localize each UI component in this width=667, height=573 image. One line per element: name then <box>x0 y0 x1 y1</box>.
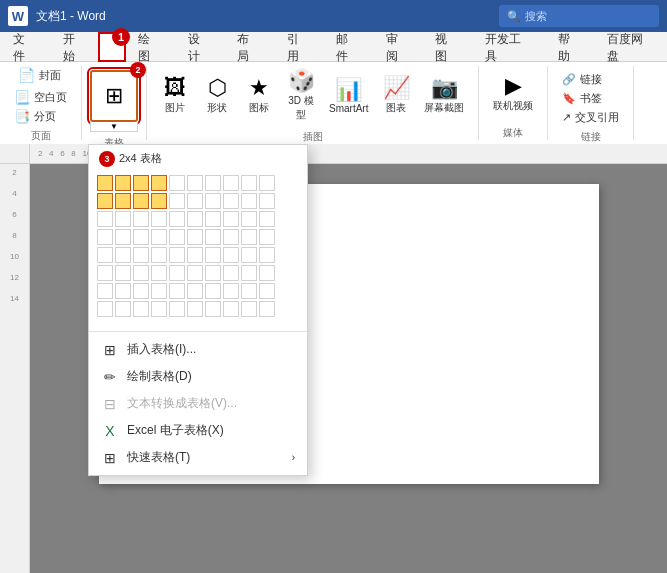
grid-cell[interactable] <box>169 211 185 227</box>
tab-draw[interactable]: 绘图 <box>125 33 175 61</box>
smartart-button[interactable]: 📊 SmartArt <box>323 66 374 126</box>
grid-cell[interactable] <box>169 193 185 209</box>
grid-cell[interactable] <box>187 283 203 299</box>
grid-cell[interactable] <box>133 193 149 209</box>
grid-cell[interactable] <box>151 283 167 299</box>
grid-cell[interactable] <box>205 193 221 209</box>
grid-cell[interactable] <box>169 301 185 317</box>
grid-cell[interactable] <box>97 283 113 299</box>
grid-cell[interactable] <box>115 175 131 191</box>
page-break-button[interactable]: 📑 分页 <box>8 107 73 125</box>
tab-layout[interactable]: 布局 <box>224 33 274 61</box>
tab-developer[interactable]: 开发工具 <box>472 33 545 61</box>
grid-cell[interactable] <box>259 247 275 263</box>
tab-review[interactable]: 审阅 <box>373 33 423 61</box>
grid-cell[interactable] <box>151 175 167 191</box>
grid-cell[interactable] <box>115 265 131 281</box>
grid-cell[interactable] <box>187 301 203 317</box>
tab-mail[interactable]: 邮件 <box>323 33 373 61</box>
grid-cell[interactable] <box>205 247 221 263</box>
grid-cell[interactable] <box>97 193 113 209</box>
grid-cell[interactable] <box>97 301 113 317</box>
tab-insert[interactable]: 1 <box>99 33 125 61</box>
grid-cell[interactable] <box>223 211 239 227</box>
grid-cell[interactable] <box>133 265 149 281</box>
grid-cell[interactable] <box>133 247 149 263</box>
shapes-button[interactable]: ⬡ 形状 <box>197 66 237 126</box>
grid-cell[interactable] <box>223 283 239 299</box>
grid-cell[interactable] <box>169 265 185 281</box>
grid-cell[interactable] <box>223 175 239 191</box>
tab-file[interactable]: 文件 <box>0 33 50 61</box>
tab-view[interactable]: 视图 <box>422 33 472 61</box>
grid-cell[interactable] <box>151 301 167 317</box>
grid-cell[interactable] <box>259 283 275 299</box>
grid-cell[interactable] <box>151 247 167 263</box>
grid-cell[interactable] <box>241 283 257 299</box>
grid-cell[interactable] <box>223 229 239 245</box>
picture-button[interactable]: 🖼 图片 <box>155 66 195 126</box>
draw-table-item[interactable]: ✏ 绘制表格(D) <box>89 363 307 390</box>
grid-cell[interactable] <box>259 265 275 281</box>
grid-cell[interactable] <box>97 175 113 191</box>
grid-cell[interactable] <box>169 283 185 299</box>
grid-cell[interactable] <box>241 211 257 227</box>
grid-cell[interactable] <box>151 265 167 281</box>
bookmark-button[interactable]: 🔖 书签 <box>556 89 625 107</box>
tab-home[interactable]: 开始 <box>50 33 100 61</box>
grid-cell[interactable] <box>205 301 221 317</box>
grid-cell[interactable] <box>133 175 149 191</box>
insert-table-item[interactable]: ⊞ 插入表格(I)... <box>89 336 307 363</box>
grid-cell[interactable] <box>151 193 167 209</box>
grid-cell[interactable] <box>97 229 113 245</box>
grid-cell[interactable] <box>259 301 275 317</box>
icons-button[interactable]: ★ 图标 <box>239 66 279 126</box>
screenshot-button[interactable]: 📷 屏幕截图 <box>418 66 470 126</box>
grid-cell[interactable] <box>223 193 239 209</box>
tab-baiduyun[interactable]: 百度网盘 <box>594 33 667 61</box>
3d-models-button[interactable]: 🎲 3D 模型 <box>281 66 321 126</box>
grid-cell[interactable] <box>241 193 257 209</box>
grid-cell[interactable] <box>97 265 113 281</box>
blank-page-button[interactable]: 📃 空白页 <box>8 88 73 106</box>
grid-cell[interactable] <box>223 247 239 263</box>
grid-cell[interactable] <box>133 283 149 299</box>
grid-cell[interactable] <box>187 229 203 245</box>
grid-cell[interactable] <box>187 175 203 191</box>
tab-help[interactable]: 帮助 <box>545 33 595 61</box>
grid-cell[interactable] <box>115 229 131 245</box>
grid-cell[interactable] <box>115 193 131 209</box>
grid-cell[interactable] <box>259 193 275 209</box>
cross-reference-button[interactable]: ↗ 交叉引用 <box>556 108 625 126</box>
grid-cell[interactable] <box>133 301 149 317</box>
grid-cell[interactable] <box>259 229 275 245</box>
grid-cell[interactable] <box>205 175 221 191</box>
grid-cell[interactable] <box>133 211 149 227</box>
grid-cell[interactable] <box>223 265 239 281</box>
grid-cell[interactable] <box>259 211 275 227</box>
search-bar[interactable]: 🔍 搜索 <box>499 5 659 27</box>
grid-cell[interactable] <box>115 247 131 263</box>
grid-cell[interactable] <box>115 301 131 317</box>
table-button[interactable]: ⊞ <box>90 70 138 122</box>
grid-cell[interactable] <box>169 175 185 191</box>
excel-table-item[interactable]: X Excel 电子表格(X) <box>89 417 307 444</box>
grid-cell[interactable] <box>169 229 185 245</box>
grid-cell[interactable] <box>205 211 221 227</box>
grid-cell[interactable] <box>259 175 275 191</box>
grid-cell[interactable] <box>169 247 185 263</box>
grid-cell[interactable] <box>205 283 221 299</box>
grid-cell[interactable] <box>187 265 203 281</box>
grid-cell[interactable] <box>115 283 131 299</box>
grid-cell[interactable] <box>241 301 257 317</box>
grid-cell[interactable] <box>241 265 257 281</box>
grid-cell[interactable] <box>223 301 239 317</box>
grid-cell[interactable] <box>133 229 149 245</box>
grid-cell[interactable] <box>241 229 257 245</box>
grid-cell[interactable] <box>97 211 113 227</box>
link-button[interactable]: 🔗 链接 <box>556 70 625 88</box>
quick-table-item[interactable]: ⊞ 快速表格(T) › <box>89 444 307 471</box>
table-grid[interactable] <box>89 171 307 327</box>
grid-cell[interactable] <box>241 247 257 263</box>
grid-cell[interactable] <box>241 175 257 191</box>
